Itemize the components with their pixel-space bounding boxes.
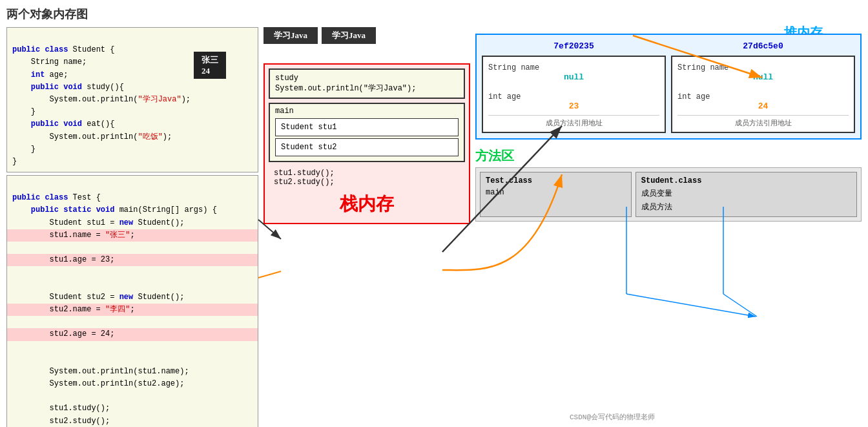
heap-obj1-field1: String name null: [488, 63, 659, 82]
student-class-code: public class Student { String name; int …: [6, 27, 258, 172]
heap-obj2-name-val: null: [677, 72, 849, 82]
main-container: 两个对象内存图 public class Student { String na…: [0, 0, 868, 427]
student-class-title: Student.class: [641, 175, 851, 187]
study-frame: study System.out.println("学习Java");: [269, 68, 465, 99]
code-panel: public class Student { String name; int …: [6, 27, 258, 427]
popup-name: 张三: [202, 55, 218, 65]
popup-age: 24: [202, 66, 210, 76]
method-calls: stu1.study(); stu2.study();: [269, 166, 465, 189]
student-class-fields: 成员变量: [641, 187, 851, 200]
heap-obj2-field1: String name null: [677, 63, 849, 82]
heap-obj2-ref: 成员方法引用地址: [677, 115, 849, 128]
heap-object-1: String name null int age 23 成员方法引用地址: [482, 56, 666, 133]
test-class-box: Test.class main: [480, 172, 632, 217]
heap-obj1-name-val: null: [488, 72, 659, 82]
test-class-code: public class Test { public static void m…: [6, 175, 258, 427]
heap-addresses: 7ef20235 27d6c5e0: [482, 40, 855, 52]
watermark: CSDN@会写代码的物理老师: [570, 412, 655, 422]
heap-obj1-ref: 成员方法引用地址: [488, 115, 659, 128]
test-class-title: Test.class: [486, 175, 626, 187]
student-class-box: Student.class 成员变量 成员方法: [636, 172, 857, 217]
heap-obj1-field2: int age 23: [488, 92, 659, 111]
main-frame-title: main: [275, 107, 459, 116]
page-title: 两个对象内存图: [6, 6, 862, 22]
content-area: public class Student { String name; int …: [6, 27, 862, 427]
popup-label: 张三 24: [194, 52, 226, 79]
stu2-row: Student stu2: [275, 138, 459, 156]
method-area-title: 方法区: [475, 147, 862, 165]
method-call-2: stu2.study();: [274, 178, 460, 187]
study-frame-title: study: [275, 74, 459, 83]
test-class-main: main: [486, 187, 626, 198]
stu1-row: Student stu1: [275, 118, 459, 136]
student-class-methods: 成员方法: [641, 200, 851, 214]
heap-addr-1: 7ef20235: [553, 41, 594, 51]
stack-panel: 学习Java 学习Java study System.out.println("…: [264, 27, 470, 224]
heap-obj1-age-val: 23: [488, 101, 659, 111]
heap-addr-2: 27d6c5e0: [743, 41, 783, 51]
heap-panel: 堆内存 7ef20235 27d6c5e0 String name n: [475, 27, 862, 222]
heap-objects: String name null int age 23 成员方法引用地址: [482, 56, 855, 133]
stack-title: 栈内存: [269, 189, 465, 219]
heap-outer: 7ef20235 27d6c5e0 String name null: [475, 34, 862, 140]
heap-obj2-age-val: 24: [677, 101, 849, 111]
main-frame: main Student stu1 Student stu2: [269, 103, 465, 162]
stack-tab-1: 学习Java: [264, 27, 318, 44]
method-area-container: 方法区 Test.class main Student.class 成员变量 成…: [475, 147, 862, 222]
stack-tabs: 学习Java 学习Java: [264, 27, 470, 44]
heap-obj2-field2: int age 24: [677, 92, 849, 111]
stack-tab-2: 学习Java: [322, 27, 376, 44]
study-frame-body: System.out.println("学习Java");: [275, 83, 459, 94]
method-area-outer: Test.class main Student.class 成员变量 成员方法: [475, 167, 862, 222]
stack-outer: study System.out.println("学习Java"); main…: [264, 63, 470, 224]
method-call-1: stu1.study();: [274, 169, 460, 178]
heap-object-2: String name null int age 24 成员方法引用地址: [671, 56, 855, 133]
